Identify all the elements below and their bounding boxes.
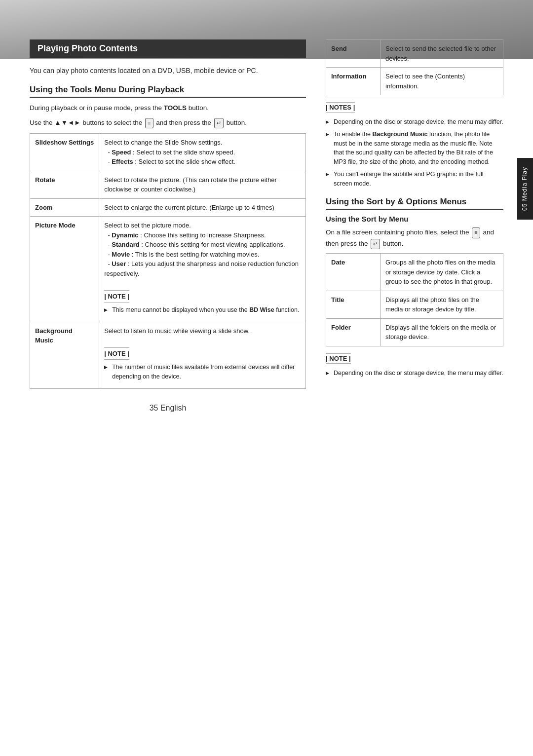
picture-note-list: This menu cannot be displayed when you u… xyxy=(104,305,301,315)
bgmusic-note-bold: Background Music xyxy=(373,131,428,138)
table-row: Title Displays all the photo files on th… xyxy=(326,291,503,318)
sort-note-box: | NOTE | Depending on the disc or storag… xyxy=(326,353,503,378)
table-row: Rotate Select to rotate the picture. (Th… xyxy=(30,171,306,198)
right-notes-list: Depending on the disc or storage device,… xyxy=(326,117,503,188)
send-desc: Select to send the selected file to othe… xyxy=(381,40,503,68)
right-notes-title: | NOTES | xyxy=(326,102,355,113)
info-label: Information xyxy=(326,68,381,95)
sort-title: Using the Sort by & Options Menus xyxy=(326,197,503,210)
date-label: Date xyxy=(326,254,381,291)
bgmusic-note-title: | NOTE | xyxy=(104,347,129,360)
picture-note-item: This menu cannot be displayed when you u… xyxy=(104,305,301,315)
title-label: Title xyxy=(326,291,381,318)
using-tools-title: Using the Tools Menu During Playback xyxy=(30,85,306,98)
tools-para2c: button. xyxy=(227,119,247,126)
section-header: Playing Photo Contents xyxy=(30,39,306,58)
tools-para2a: Use the ▲▼◄► buttons to select the xyxy=(30,119,142,126)
sort-note-list: Depending on the disc or storage device,… xyxy=(326,369,503,378)
intro-text: You can play photo contents located on a… xyxy=(30,66,306,76)
zoom-label: Zoom xyxy=(30,198,99,217)
right-note-item: To enable the Background Music function,… xyxy=(326,130,503,167)
sort-note-item: Depending on the disc or storage device,… xyxy=(326,369,503,378)
picture-note-title: | NOTE | xyxy=(104,290,129,303)
right-note-item: You can't enlarge the subtitle and PG gr… xyxy=(326,170,503,189)
tools-para2b: and then press the xyxy=(156,119,211,126)
bdwise-bold: BD Wise xyxy=(249,306,274,313)
sort-section: Using the Sort by & Options Menus Using … xyxy=(326,197,503,378)
table-row: BackgroundMusic Select to listen to musi… xyxy=(30,322,306,388)
table-row: Zoom Select to enlarge the current pictu… xyxy=(30,198,306,217)
sort-note-title: | NOTE | xyxy=(326,353,351,364)
title-desc: Displays all the photo files on the medi… xyxy=(381,291,503,318)
tools-para1b: button. xyxy=(189,104,209,112)
sort-table: Date Groups all the photo files on the m… xyxy=(326,253,503,346)
sort-menu-icon: ≡ xyxy=(472,227,480,238)
page-number: 35 English xyxy=(30,404,306,413)
send-label: Send xyxy=(326,40,381,68)
speed-bold: Speed xyxy=(112,149,131,156)
folder-desc: Displays all the folders on the media or… xyxy=(381,318,503,346)
slideshow-content: Select to change the Slide Show settings… xyxy=(99,134,306,171)
movie-bold: Movie xyxy=(112,251,130,258)
bgmusic-label: BackgroundMusic xyxy=(30,322,99,388)
table-row: Date Groups all the photo files on the m… xyxy=(326,254,503,291)
tools-word: TOOLS xyxy=(164,104,187,112)
picture-mode-label: Picture Mode xyxy=(30,217,99,322)
date-desc: Groups all the photo files on the media … xyxy=(381,254,503,291)
tools-para2: Use the ▲▼◄► buttons to select the ≡ and… xyxy=(30,117,306,129)
slideshow-label: Slideshow Settings xyxy=(30,134,99,171)
table-row: Information Select to see the (Contents)… xyxy=(326,68,503,95)
sort-intro-text: On a file screen containing photo files,… xyxy=(326,227,503,249)
tools-para1: During playback or in pause mode, press … xyxy=(30,103,306,113)
table-row: Picture Mode Select to set the picture m… xyxy=(30,217,306,322)
menu-icon: ≡ xyxy=(145,118,153,129)
table-row: Folder Displays all the folders on the m… xyxy=(326,318,503,346)
dynamic-bold: Dynamic xyxy=(112,231,138,239)
sort-enter-icon: ↵ xyxy=(371,239,380,250)
zoom-content: Select to enlarge the current picture. (… xyxy=(99,198,306,217)
menu-table: Slideshow Settings Select to change the … xyxy=(30,133,306,389)
right-column: Send Select to send the selected file to… xyxy=(326,39,503,413)
tools-para1-text: During playback or in pause mode, press … xyxy=(30,104,162,112)
effects-bold: Effects xyxy=(112,158,133,165)
enter-icon: ↵ xyxy=(214,118,224,129)
rotate-label: Rotate xyxy=(30,171,99,198)
standard-bold: Standard xyxy=(112,241,139,248)
send-info-table: Send Select to send the selected file to… xyxy=(326,39,503,95)
picture-mode-content: Select to set the picture mode. - Dynami… xyxy=(99,217,306,322)
user-bold: User xyxy=(112,260,126,267)
table-row: Slideshow Settings Select to change the … xyxy=(30,134,306,171)
right-note-item: Depending on the disc or storage device,… xyxy=(326,117,503,127)
rotate-content: Select to rotate the picture. (This can … xyxy=(99,171,306,198)
info-desc: Select to see the (Contents) information… xyxy=(381,68,503,95)
left-column: Playing Photo Contents You can play phot… xyxy=(30,39,306,413)
folder-label: Folder xyxy=(326,318,381,346)
right-notes-box: | NOTES | Depending on the disc or stora… xyxy=(326,102,503,188)
bgmusic-note-item: The number of music files available from… xyxy=(104,363,301,381)
bgmusic-content: Select to listen to music while viewing … xyxy=(99,322,306,388)
sort-subtitle: Using the Sort by Menu xyxy=(326,215,503,223)
table-row: Send Select to send the selected file to… xyxy=(326,40,503,68)
bgmusic-note-list: The number of music files available from… xyxy=(104,363,301,381)
